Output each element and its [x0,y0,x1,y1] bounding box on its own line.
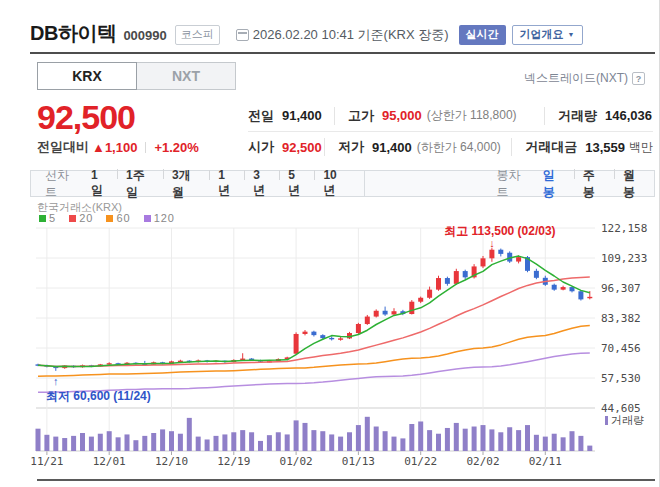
candle-chart-label: 봉차트 [497,167,530,201]
detail-label: 고가 [348,107,374,125]
tab-nxt[interactable]: NXT [136,62,236,90]
help-icon[interactable]: ? [632,72,645,85]
market-badge: 코스피 [175,25,220,45]
detail-unit: 백만 [629,139,653,156]
chart-toolbar: 선차트 1일1주일3개월1년3년5년10년 봉차트 일봉주봉월봉 [30,170,655,197]
x-axis-label: 02/02 [466,455,499,468]
volume-bar [481,425,486,451]
volume-legend-label: 거래량 [611,414,644,426]
y-axis-label: 70,456 [601,342,641,355]
range-item-월봉[interactable]: 월봉 [614,167,654,201]
candle-body [392,311,397,314]
change-label: 전일대비 [37,138,89,156]
volume-bar [392,437,397,451]
volume-bar [383,431,388,451]
range-item-1주일[interactable]: 1주일 [117,167,163,201]
range-item-1일[interactable]: 1일 [82,168,117,199]
range-item-3개월[interactable]: 3개월 [163,167,209,201]
candle-body [516,257,521,261]
volume-bar [178,434,183,451]
range-item-5년[interactable]: 5년 [279,168,314,199]
volume-bar [516,430,521,451]
price-detail-grid: 전일91,400고가95,000(상한가 118,800)거래량146,036시… [248,100,653,162]
volume-bar [507,427,512,451]
volume-bar [107,431,112,451]
volume-bar [160,429,165,451]
detail-row: 전일91,400고가95,000(상한가 118,800)거래량146,036 [248,100,653,131]
volume-bar [374,427,379,451]
volume-bar [400,438,405,451]
range-item-주봉[interactable]: 주봉 [574,167,614,201]
candle-body [481,258,486,266]
volume-bar [53,437,58,451]
volume-bar [445,428,450,451]
volume-bar [338,437,343,451]
stock-name: DB하이텍 [30,20,116,47]
detail-volume: 거래량146,036 [544,107,653,125]
volume-bar [214,436,219,451]
volume-bar [222,434,227,451]
volume-bar [525,425,530,451]
volume-bar [71,436,76,451]
candle-body [356,324,361,333]
header-divider [30,52,655,54]
change-value: 1,100 [105,140,138,155]
volume-bar [276,432,281,451]
nxt-note-label: 넥스트레이드(NXT) [524,70,628,87]
volume-bar [543,437,548,451]
volume-bar [587,446,592,451]
x-axis-label: 01/02 [280,455,313,468]
tab-krx[interactable]: KRX [37,62,137,90]
candle-body [463,271,468,277]
candle-body [374,311,379,317]
x-axis-label: 11/21 [30,455,63,468]
volume-bar [187,418,192,451]
range-item-1년[interactable]: 1년 [209,168,244,199]
detail-prev-close: 전일91,400 [248,107,334,125]
high-annotation: 최고 113,500 (02/03) [444,224,555,238]
bottom-divider [37,479,655,481]
range-item-일봉[interactable]: 일봉 [534,167,574,201]
detail-extra: (하한가 64,000) [417,139,501,156]
candle-body [240,359,245,360]
page-header: DB하이텍 000990 코스피 2026.02.20 10:41 기준(KRX… [30,18,655,48]
x-axis-label: 12/10 [155,455,188,468]
candle-body [107,363,112,364]
candle-body [454,271,459,284]
candle-body [320,335,325,338]
volume-bar [454,423,459,451]
range-item-3년[interactable]: 3년 [244,168,279,199]
volume-bar [427,430,432,451]
range-item-10년[interactable]: 10년 [314,168,355,199]
candle-body [338,338,343,339]
detail-value: 13,559 [585,140,625,155]
volume-bar [240,430,245,451]
stock-chart-svg[interactable]: 122,158109,23396,30783,38270,45657,53044… [0,198,660,480]
candle-body [445,278,450,284]
candle-body [498,250,503,254]
detail-value: 92,500 [282,140,322,155]
candle-body [436,278,441,290]
volume-bar [125,434,130,451]
detail-extra: (상한가 118,800) [427,107,517,124]
quote-datetime: 2026.02.20 10:41 기준(KRX 장중) [253,26,449,44]
detail-value: 146,036 [605,108,652,123]
detail-value: 95,000 [382,108,422,123]
volume-bar [498,432,503,451]
company-overview-button[interactable]: 기업개요 ▼ [512,25,583,45]
volume-bar [534,435,539,451]
current-price: 92,500 [37,98,135,137]
candle-body [587,297,592,298]
volume-bar [133,440,138,451]
volume-bar [205,439,210,451]
ma120-line [38,353,590,392]
volume-bar [463,429,468,451]
detail-trade-amount: 거래대금13,559백만 [511,138,653,156]
detail-day-high: 고가95,000(상한가 118,800) [334,107,544,125]
y-axis-label: 83,382 [601,312,641,325]
candle-body [365,317,370,324]
detail-row: 시가92,500저가91,400(하한가 64,000)거래대금13,559백만 [248,131,653,162]
line-chart-label: 선차트 [45,167,78,201]
detail-label: 시가 [248,138,274,156]
volume-bar [116,437,121,451]
